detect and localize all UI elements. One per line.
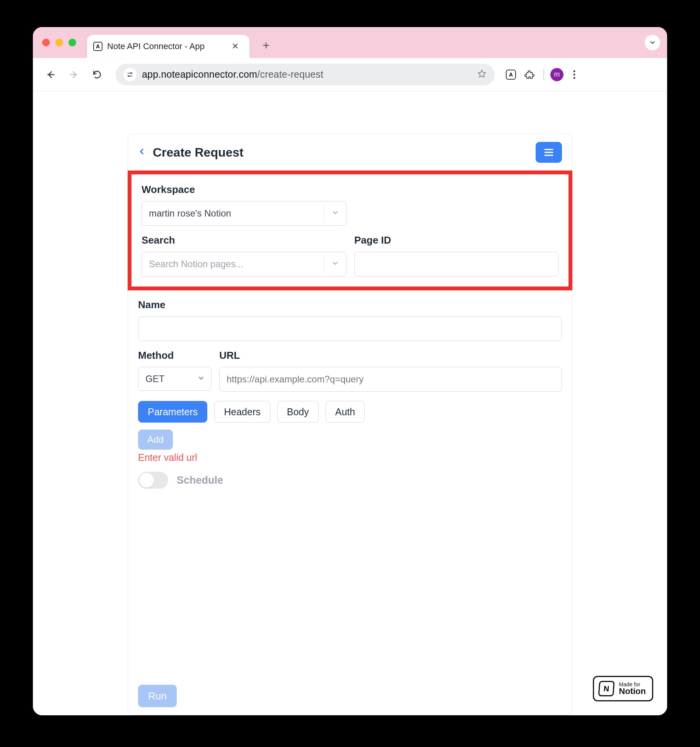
new-tab-button[interactable]: ＋ [255, 35, 277, 55]
url-domain: app.noteapiconnector.com [142, 69, 257, 80]
chevron-left-icon [138, 146, 146, 157]
method-label: Method [138, 350, 212, 362]
notion-badge-text: Made for Notion [619, 682, 646, 696]
made-for-notion-badge[interactable]: N Made for Notion [593, 676, 653, 701]
chevron-down-icon [331, 259, 339, 269]
kebab-icon [573, 70, 576, 80]
workspace-label: Workspace [142, 184, 558, 196]
url-field[interactable] [227, 374, 555, 385]
extensions-button[interactable] [522, 67, 537, 82]
close-tab-button[interactable]: ✕ [229, 40, 242, 53]
highlighted-workspace-section: Workspace martin rose's Notion Search Se… [128, 171, 572, 290]
method-url-section: Method GET URL [128, 341, 572, 392]
url-text: app.noteapiconnector.com/create-request [142, 69, 323, 80]
tab-overflow-button[interactable] [645, 35, 660, 50]
minimize-window-button[interactable] [55, 39, 63, 46]
site-info-button[interactable] [123, 68, 137, 81]
reload-icon [92, 70, 102, 80]
url-label: URL [219, 350, 562, 362]
browser-menu-button[interactable] [567, 70, 582, 80]
notion-badge-big: Notion [619, 687, 646, 696]
workspace-selected-value: martin rose's Notion [149, 208, 231, 219]
schedule-toggle[interactable] [138, 472, 168, 489]
create-request-card: Create Request Workspace martin rose's N… [128, 134, 572, 715]
puzzle-icon [524, 70, 534, 80]
card-menu-button[interactable] [536, 142, 562, 163]
name-section: Name [128, 290, 572, 341]
page-id-input[interactable] [354, 252, 558, 276]
run-button[interactable]: Run [138, 685, 177, 707]
url-error-text: Enter valid url [128, 450, 572, 463]
url-path: /create-request [257, 69, 323, 80]
hamburger-icon [543, 147, 555, 158]
search-label: Search [142, 234, 347, 246]
svg-point-2 [574, 70, 575, 72]
schedule-row: Schedule [128, 463, 572, 497]
notion-logo-icon: N [598, 681, 615, 696]
select-divider [324, 256, 324, 272]
close-window-button[interactable] [42, 39, 50, 46]
page-id-field[interactable] [362, 259, 551, 269]
browser-window: A Note API Connector - App ✕ ＋ app.notea… [33, 27, 667, 715]
back-chevron-button[interactable] [138, 146, 146, 159]
select-divider [324, 205, 324, 222]
toolbar-separator [543, 69, 544, 80]
maximize-window-button[interactable] [68, 39, 76, 46]
tab-favicon: A [93, 42, 102, 51]
extension-noteapi-icon[interactable]: A [503, 67, 519, 82]
tab-body[interactable]: Body [277, 401, 319, 423]
bookmark-button[interactable] [477, 69, 487, 80]
search-placeholder: Search Notion pages... [149, 259, 243, 269]
workspace-select[interactable]: martin rose's Notion [142, 201, 347, 226]
name-input[interactable] [138, 316, 562, 341]
svg-point-0 [130, 72, 131, 73]
page-id-label: Page ID [354, 234, 558, 246]
schedule-label: Schedule [177, 474, 223, 486]
chevron-down-icon [649, 39, 656, 46]
svg-point-4 [574, 77, 575, 79]
chevron-down-icon [197, 374, 205, 384]
tab-title: Note API Connector - App [107, 41, 205, 51]
profile-avatar[interactable]: m [550, 68, 563, 81]
arrow-left-icon [46, 70, 56, 80]
search-select[interactable]: Search Notion pages... [142, 252, 347, 276]
toggle-knob [139, 473, 154, 488]
svg-point-3 [574, 73, 575, 75]
browser-toolbar: app.noteapiconnector.com/create-request … [33, 58, 667, 91]
tune-icon [126, 71, 133, 78]
request-tabs: Parameters Headers Body Auth [128, 392, 572, 423]
method-selected-value: GET [145, 374, 164, 384]
add-button[interactable]: Add [138, 430, 173, 450]
svg-point-1 [128, 75, 129, 77]
chevron-down-icon [331, 208, 339, 219]
browser-tab[interactable]: A Note API Connector - App ✕ [87, 35, 249, 58]
arrow-right-icon [69, 70, 79, 80]
tab-headers[interactable]: Headers [214, 401, 270, 423]
method-select[interactable]: GET [138, 367, 212, 391]
page-content: Create Request Workspace martin rose's N… [33, 91, 667, 715]
forward-button[interactable] [64, 65, 84, 85]
address-bar[interactable]: app.noteapiconnector.com/create-request [116, 64, 495, 85]
star-icon [477, 69, 487, 79]
tab-auth[interactable]: Auth [326, 401, 365, 423]
tab-strip: A Note API Connector - App ✕ ＋ [33, 27, 667, 58]
back-button[interactable] [41, 65, 61, 85]
name-label: Name [138, 299, 562, 311]
url-input[interactable] [219, 367, 562, 392]
reload-button[interactable] [87, 65, 107, 85]
tab-parameters[interactable]: Parameters [138, 401, 207, 423]
page-title: Create Request [153, 145, 244, 160]
window-controls [42, 39, 76, 46]
card-header: Create Request [128, 134, 572, 171]
name-field[interactable] [145, 323, 555, 334]
